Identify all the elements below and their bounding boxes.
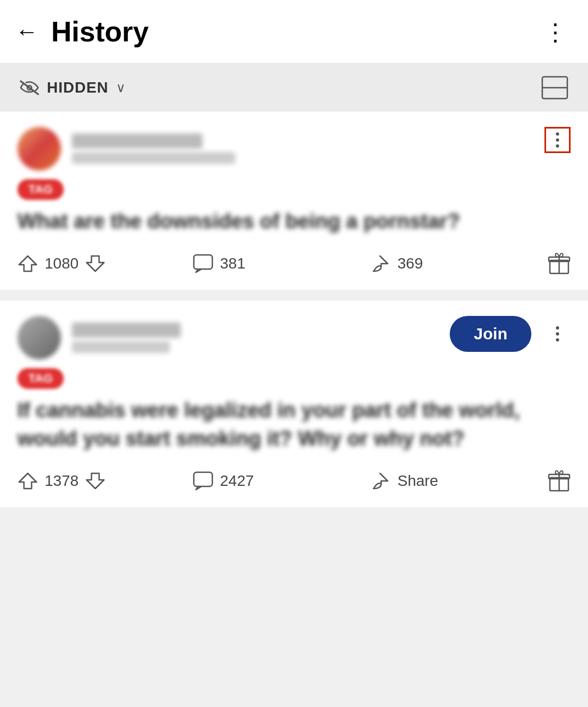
vote-section-1: 1080	[17, 254, 193, 273]
subreddit-name-1	[72, 133, 203, 149]
three-dots-icon-1	[556, 132, 559, 148]
card-1-action-bar: 1080 381 369	[17, 248, 571, 275]
layout-toggle-icon[interactable]	[541, 76, 568, 100]
card-2-more-button[interactable]	[544, 321, 571, 347]
header-left: ← History	[15, 15, 149, 48]
downvote-icon-2[interactable]	[85, 471, 106, 491]
card-1-meta	[72, 133, 235, 164]
card-2-header: Join	[17, 316, 571, 359]
comment-icon-1	[193, 254, 213, 273]
card-2-header-right: Join	[450, 316, 571, 352]
svg-rect-3	[194, 255, 212, 269]
share-action-1[interactable]: 369	[368, 254, 543, 273]
app-header: ← History ⋮	[0, 0, 588, 64]
downvote-icon-1[interactable]	[85, 254, 106, 273]
post-info-2	[72, 341, 170, 353]
card-2-action-bar: 1378 2427 Share	[17, 466, 571, 492]
vote-section-2: 1378	[17, 471, 193, 491]
bottom-divider	[0, 513, 588, 523]
post-card-1: TAG What are the downsides of being a po…	[0, 112, 588, 290]
upvote-count-2: 1378	[45, 472, 78, 490]
card-divider-1	[0, 295, 588, 301]
award-action-2[interactable]	[543, 470, 571, 492]
card-1-header	[17, 127, 571, 170]
post-info-1	[72, 152, 235, 164]
comment-count-1: 381	[220, 255, 246, 272]
header-more-button[interactable]: ⋮	[543, 18, 568, 46]
avatar-2	[17, 316, 61, 359]
post-card-2: Join TAG If cannabis were legalized in y…	[0, 301, 588, 507]
share-count-1: 369	[397, 255, 423, 272]
filter-left[interactable]: HIDDEN ∨	[20, 79, 126, 96]
card-1-header-left	[17, 127, 544, 170]
share-action-2[interactable]: Share	[368, 471, 543, 491]
avatar-1	[17, 127, 61, 170]
svg-rect-7	[194, 472, 212, 486]
upvote-icon-1[interactable]	[17, 254, 38, 273]
gift-icon-1	[548, 253, 571, 275]
post-title-1: What are the downsides of being a pornst…	[17, 208, 571, 235]
share-icon-2	[368, 471, 391, 491]
card-2-meta	[72, 322, 181, 353]
page-title: History	[51, 15, 149, 48]
share-count-2: Share	[397, 472, 438, 490]
post-title-2: If cannabis were legalized in your part …	[17, 397, 571, 453]
comment-icon-2	[193, 471, 213, 491]
comments-action-2[interactable]: 2427	[193, 471, 368, 491]
post-tag-1: TAG	[17, 179, 64, 200]
card-1-more-button[interactable]	[544, 127, 571, 153]
upvote-count-1: 1080	[45, 255, 78, 272]
comment-count-2: 2427	[220, 472, 254, 490]
three-dots-icon-2	[556, 326, 559, 342]
gift-icon-2	[548, 470, 571, 492]
filter-chevron-icon: ∨	[116, 80, 126, 95]
join-button[interactable]: Join	[450, 316, 531, 352]
comments-action-1[interactable]: 381	[193, 254, 368, 273]
post-tag-2: TAG	[17, 368, 64, 389]
card-2-header-left	[17, 316, 450, 359]
upvote-icon-2[interactable]	[17, 471, 38, 491]
filter-bar: HIDDEN ∨	[0, 64, 588, 112]
hidden-icon	[20, 80, 39, 95]
share-icon-1	[368, 254, 391, 273]
filter-hidden-label: HIDDEN	[47, 79, 108, 96]
subreddit-name-2	[72, 322, 181, 338]
back-button[interactable]: ←	[15, 20, 38, 43]
award-action-1[interactable]	[543, 253, 571, 275]
